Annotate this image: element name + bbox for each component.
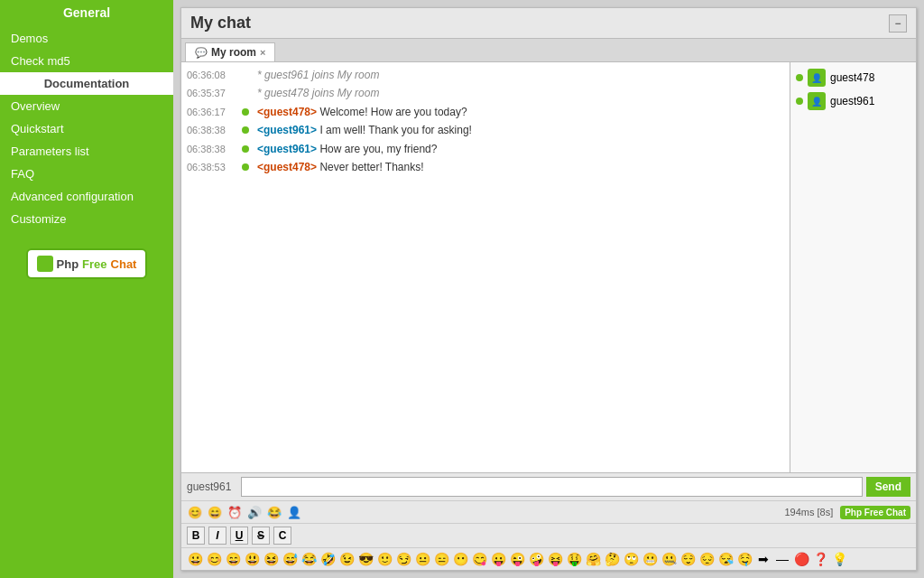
emoji-icon[interactable]: 😅 <box>282 551 298 567</box>
message-dot-col <box>236 108 254 116</box>
table-row: 06:38:38<guest961> How are you, my frien… <box>187 140 784 158</box>
message-dot-col <box>236 163 254 171</box>
code-button[interactable]: C <box>273 527 291 545</box>
message-time: 06:38:38 <box>187 122 232 139</box>
message-text: * guest961 joins My room <box>257 66 379 84</box>
user-icon[interactable]: 👤 <box>286 504 302 520</box>
sidebar-item-overview[interactable]: Overview <box>0 95 173 117</box>
online-dot <box>242 108 249 116</box>
emoji-icon[interactable]: 😛 <box>490 551 506 567</box>
emoji-icon[interactable]: 🤪 <box>528 551 544 567</box>
logo-free: Free <box>82 257 106 271</box>
input-row: guest961 Send <box>181 472 916 500</box>
emoji-icon[interactable]: 😉 <box>338 551 355 567</box>
user-name: guest478 <box>830 71 874 84</box>
message-dot-col <box>236 145 254 153</box>
message-dot-col <box>236 126 254 134</box>
list-item: 👤guest961 <box>794 89 912 113</box>
message-body: How are you, my friend? <box>317 143 437 155</box>
toolbar-row: 😊 😄 ⏰ 🔊 😂 👤 194ms [8s] Php Free Chat <box>181 500 916 523</box>
tab-label: My room <box>211 46 256 59</box>
sidebar-item-advanced-configuration[interactable]: Advanced configuration <box>0 185 173 208</box>
smiley-icon[interactable]: 😊 <box>187 504 203 520</box>
emoji-icon[interactable]: ❓ <box>812 551 828 567</box>
emoji-icon[interactable]: 😂 <box>300 551 317 567</box>
emoji-icon[interactable]: 💡 <box>831 551 847 567</box>
emoji-icon[interactable]: 😬 <box>642 551 658 567</box>
emoji-icon[interactable]: 🙂 <box>376 551 393 567</box>
sound-icon[interactable]: 🔊 <box>246 504 263 520</box>
emoji-icon[interactable]: 🤐 <box>661 551 677 567</box>
emoji-icon[interactable]: 🔴 <box>793 551 809 567</box>
logo-chat: Chat <box>111 257 137 271</box>
emoji-icon[interactable]: 🤣 <box>319 551 336 567</box>
emoji-icon[interactable]: 🤑 <box>566 551 582 567</box>
sidebar-item-parameters-list[interactable]: Parameters list <box>0 140 173 163</box>
emoji-icon[interactable]: 😌 <box>679 551 696 567</box>
tab-bar: 💬 My room × <box>181 39 916 62</box>
tab-close-button[interactable]: × <box>260 47 265 58</box>
user-online-dot <box>796 98 803 105</box>
emoji-icon[interactable]: 😶 <box>452 551 468 567</box>
emoji-icon[interactable]: — <box>774 551 790 567</box>
emoji-icon[interactable]: 😪 <box>717 551 734 567</box>
message-text: * guest478 joins My room <box>257 84 379 102</box>
emoji-icon[interactable]: 🤔 <box>604 551 620 567</box>
sidebar-title: General <box>0 0 173 25</box>
chat-tab-icon: 💬 <box>195 47 208 59</box>
message-body: Welcome! How are you today? <box>317 106 467 118</box>
emoji-icon[interactable]: 🤤 <box>736 551 753 567</box>
emoji-icon[interactable]: 😔 <box>698 551 715 567</box>
emoji-icon[interactable]: 🙄 <box>623 551 639 567</box>
emoji-icon[interactable]: 😑 <box>433 551 449 567</box>
emoji-icon[interactable]: 😝 <box>547 551 563 567</box>
emoji-icon[interactable]: 😆 <box>263 551 279 567</box>
sidebar-nav: Demos Check md5 Documentation Overview Q… <box>0 27 173 230</box>
chat-body: 06:36:08* guest961 joins My room06:35:37… <box>181 62 916 472</box>
emoji-icon[interactable]: 😃 <box>244 551 260 567</box>
emoji-icon[interactable]: ➡ <box>755 551 772 567</box>
strikethrough-button[interactable]: S <box>252 527 270 545</box>
message-body: Never better! Thanks! <box>317 161 424 173</box>
chat-title-bar: My chat − <box>181 8 916 39</box>
chat-messages: 06:36:08* guest961 joins My room06:35:37… <box>181 62 790 472</box>
italic-button[interactable]: I <box>208 527 226 545</box>
sidebar-item-faq[interactable]: FAQ <box>0 163 173 185</box>
logo-icon <box>37 256 53 272</box>
message-username: <guest478> <box>257 106 317 118</box>
message-text: <guest478> Welcome! How are you today? <box>257 103 467 121</box>
logo-box: Php Free Chat <box>26 248 148 279</box>
emoji-icon[interactable]: 😜 <box>509 551 525 567</box>
bold-button[interactable]: B <box>187 527 205 545</box>
tab-my-room[interactable]: 💬 My room × <box>185 42 275 61</box>
emoji-icon[interactable]: 😋 <box>471 551 487 567</box>
emoji-icon[interactable]: 😊 <box>206 551 222 567</box>
sidebar-item-check-md5[interactable]: Check md5 <box>0 50 173 72</box>
sidebar-item-demos[interactable]: Demos <box>0 27 173 50</box>
minimize-button[interactable]: − <box>889 14 907 33</box>
clock-icon[interactable]: ⏰ <box>226 504 243 520</box>
logo-area: Php Free Chat <box>0 241 173 286</box>
emoji-icon[interactable]: 😏 <box>395 551 411 567</box>
emoji-icon[interactable]: 😄 <box>225 551 241 567</box>
sidebar-item-quickstart[interactable]: Quickstart <box>0 117 173 140</box>
message-input[interactable] <box>241 477 863 497</box>
laugh-icon[interactable]: 😂 <box>266 504 282 520</box>
sidebar-item-documentation[interactable]: Documentation <box>0 72 173 95</box>
emoji-icon[interactable]: 🤗 <box>585 551 601 567</box>
table-row: 06:35:37* guest478 joins My room <box>187 84 784 102</box>
current-username: guest961 <box>187 480 237 493</box>
emoji-icon[interactable]: 😐 <box>414 551 430 567</box>
message-text: <guest961> I am well! Thank you for aski… <box>257 121 472 139</box>
message-time: 06:36:08 <box>187 67 232 84</box>
emoji-icon[interactable]: 😀 <box>187 551 203 567</box>
happy-icon[interactable]: 😄 <box>207 504 223 520</box>
sidebar-item-customize[interactable]: Customize <box>0 208 173 230</box>
logo-php: Php <box>57 257 79 271</box>
message-text: <guest961> How are you, my friend? <box>257 140 437 158</box>
underline-button[interactable]: U <box>230 527 248 545</box>
status-text: 194ms [8s] <box>784 507 833 517</box>
online-dot <box>242 126 249 134</box>
emoji-icon[interactable]: 😎 <box>357 551 374 567</box>
send-button[interactable]: Send <box>866 477 910 497</box>
